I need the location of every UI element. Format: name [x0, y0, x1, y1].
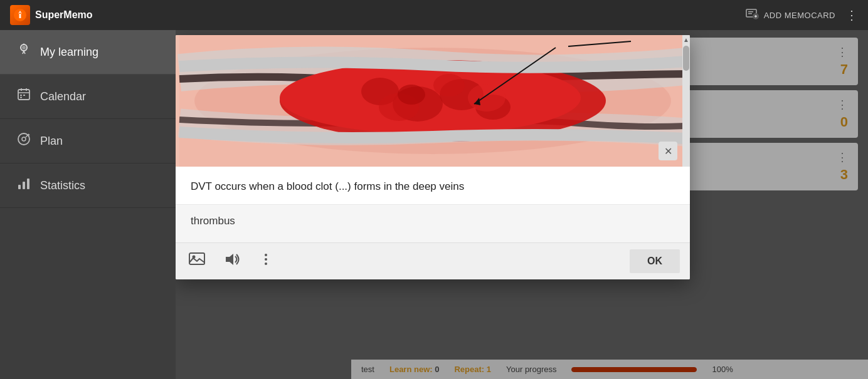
add-memocard-button[interactable]: ADD MEMOCARD: [745, 7, 835, 24]
image-button[interactable]: [186, 249, 208, 273]
topbar: SuperMemo ADD MEMOCARD ⋮: [0, 0, 868, 30]
main-layout: My learning Calendar: [0, 30, 868, 379]
answer-text: thrombus: [191, 215, 235, 227]
modal-footer-left: [186, 249, 276, 273]
plan-icon: [15, 132, 33, 150]
svg-line-12: [24, 51, 25, 55]
svg-point-47: [265, 258, 267, 261]
topbar-right: ADD MEMOCARD ⋮: [745, 7, 858, 24]
modal-question: DVT occurs when a blood clot (...) forms…: [176, 167, 690, 205]
svg-rect-4: [748, 11, 753, 13]
calendar-icon: [15, 87, 33, 106]
more-options-button[interactable]: [256, 249, 276, 273]
medical-svg: [176, 35, 690, 167]
svg-rect-27: [27, 179, 29, 189]
svg-rect-26: [23, 182, 25, 189]
topbar-menu-icon[interactable]: ⋮: [845, 8, 858, 23]
modal-dialog: ▲ ✕ DVT occurs when a blood clot (...) f…: [176, 35, 690, 279]
sidebar: My learning Calendar: [0, 30, 176, 379]
sidebar-item-calendar[interactable]: Calendar: [0, 75, 176, 119]
svg-point-39: [398, 85, 425, 105]
topbar-left: SuperMemo: [10, 5, 93, 25]
svg-point-46: [265, 254, 267, 256]
modal-image: ▲ ✕: [176, 35, 690, 167]
svg-point-48: [265, 262, 267, 265]
svg-point-22: [22, 137, 26, 141]
svg-point-38: [468, 84, 505, 112]
modal-scrollbar[interactable]: ▲: [682, 35, 690, 167]
svg-rect-8: [755, 15, 756, 18]
scroll-thumb[interactable]: [683, 46, 689, 71]
svg-rect-2: [19, 14, 21, 18]
svg-rect-5: [748, 13, 752, 14]
content-area: 90.9% ⋮ 7 100%: [176, 30, 868, 379]
svg-rect-20: [20, 97, 22, 98]
app-title: SuperMemo: [35, 9, 93, 21]
add-memocard-label: ADD MEMOCARD: [764, 11, 835, 20]
sidebar-item-my-learning[interactable]: My learning: [0, 30, 176, 75]
modal-answer: thrombus: [176, 205, 690, 242]
svg-rect-19: [23, 95, 25, 96]
ok-button[interactable]: OK: [630, 249, 680, 273]
memocard-icon: [745, 7, 759, 24]
statistics-icon: [15, 176, 33, 195]
svg-marker-45: [226, 254, 233, 265]
question-text: DVT occurs when a blood clot (...) forms…: [191, 180, 464, 192]
my-learning-icon: [15, 43, 33, 61]
app-logo: [10, 5, 30, 25]
sidebar-item-calendar-label: Calendar: [40, 90, 86, 103]
svg-point-13: [22, 46, 26, 49]
svg-rect-43: [189, 253, 204, 264]
sidebar-item-my-learning-label: My learning: [40, 46, 98, 59]
sidebar-item-statistics[interactable]: Statistics: [0, 164, 176, 208]
modal-footer: OK: [176, 242, 690, 279]
sidebar-item-plan-label: Plan: [40, 135, 63, 148]
modal-close-button[interactable]: ✕: [659, 142, 677, 160]
sidebar-item-plan[interactable]: Plan: [0, 119, 176, 164]
svg-rect-25: [18, 185, 21, 189]
close-icon: ✕: [664, 145, 672, 157]
sidebar-item-statistics-label: Statistics: [40, 179, 85, 192]
scroll-up-arrow[interactable]: ▲: [682, 35, 690, 44]
svg-point-37: [433, 74, 465, 96]
sound-button[interactable]: [221, 249, 243, 273]
svg-rect-18: [20, 95, 22, 96]
